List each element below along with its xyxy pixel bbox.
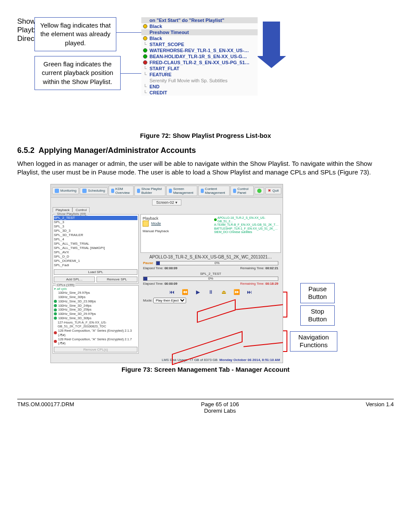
list-item[interactable]: 16ch_Audio_-6DB <box>54 345 137 346</box>
cpls-group: CPLs (155) ▾ all cpls100Hz_Sine_29.97fps… <box>53 285 139 354</box>
list-item[interactable]: 100Hz_Sine_3D_23.98fps <box>54 299 137 304</box>
pause-state-label: Pause <box>143 261 153 265</box>
status-dot-icon <box>54 312 57 315</box>
list-item[interactable]: SPL_3D_3 <box>54 229 137 233</box>
toolbar-button[interactable]: Scheduling <box>80 187 108 194</box>
playlist-row: on "Ext Start" do "Reset Playlist" <box>141 17 258 23</box>
footer-left: TMS.OM.000177.DRM <box>17 401 74 414</box>
callout-yellow-flag: Yellow flag indicates that the element w… <box>34 17 116 51</box>
playlist-row: └START_SCOPE <box>141 41 258 47</box>
page-footer: TMS.OM.000177.DRM Page 65 of 106Doremi L… <box>17 399 394 414</box>
screen-selector[interactable]: Screen-02 ▾ <box>51 198 283 207</box>
list-item[interactable]: SPL_4 <box>54 237 137 242</box>
cpl-progress-row: Pause 0% <box>143 261 278 265</box>
list-item[interactable]: 100Hz_Sine_3D_30fps <box>54 316 137 320</box>
skip-back-button[interactable]: ⏮ <box>168 289 175 295</box>
spl-name-label: SPL_2_TEST <box>140 272 281 276</box>
list-item[interactable]: SPL_3D_TRAILER <box>54 233 137 237</box>
cpl-progress-bar[interactable]: 0% <box>156 261 278 265</box>
list-item[interactable]: 100Hz_Sine_30fps <box>54 295 137 299</box>
status-dot-icon <box>54 300 57 303</box>
playlist-row: WATERHORSE-REV_TLR-1_S_EN-XX_US-… <box>141 47 258 53</box>
yellow-flag-icon <box>143 36 147 40</box>
spl-progress-bar[interactable]: 0% <box>143 277 278 281</box>
toolbar-button[interactable]: Show Playlist Builder <box>134 186 165 196</box>
green-flag-icon <box>143 48 147 53</box>
list-item[interactable]: 127-Hours_TLR-A_F_EN-XX_US-GB_51_2K_TCF_… <box>54 320 137 329</box>
show-playlists-listbox[interactable]: SPL_2_TESTSPL_3SPL_3SPL_3D_3SPL_3D_TRAIL… <box>53 215 138 268</box>
list-item[interactable]: SPL_ALL_TMS_TRIAL [WaitGPI] <box>54 246 137 250</box>
remove-cpls-button[interactable]: Remove CPL(s) <box>54 347 137 352</box>
callout-line <box>121 73 141 74</box>
list-item[interactable]: SPL_3 <box>54 220 137 224</box>
eject-button[interactable]: ⏏ <box>220 289 227 295</box>
toolbar-icon <box>233 189 236 193</box>
skip-forward-button[interactable]: ⏭ <box>246 289 253 295</box>
play-button[interactable]: ▶ <box>194 289 201 295</box>
status-bar: LMS Disk Usage: 77 GB of 8373 GB Monday … <box>51 357 283 363</box>
status-dot-icon <box>54 331 57 334</box>
list-item[interactable]: SPL_AVX <box>54 250 137 255</box>
pause-button[interactable]: ⏸ <box>207 289 214 295</box>
play-mode-row: Mode: Play then Eject <box>140 297 281 304</box>
playlist-row: └FEATURE <box>141 72 258 78</box>
rewind-button[interactable]: ⏪ <box>181 289 188 295</box>
toolbar-icon <box>201 189 204 193</box>
cpls-listbox[interactable]: ▾ all cpls100Hz_Sine_29.97fps100Hz_Sine_… <box>53 286 138 346</box>
add-spl-button[interactable]: Add SPL... <box>54 277 95 282</box>
section-heading: 6.5.2 Applying Manager/Administrator Acc… <box>17 146 394 155</box>
playlist-row: BEAN-HOLIDAY_TLR-1R_S_EN-XX_US-G… <box>141 53 258 59</box>
status-dot-icon <box>54 308 57 311</box>
list-item[interactable]: 128 Reel Composition, "A" Series (Encryp… <box>54 337 137 346</box>
green-flag-icon <box>143 54 147 59</box>
list-item[interactable]: 100Hz_Sine_3D_29.97fps <box>54 312 137 316</box>
list-item[interactable]: SPL_3 <box>54 224 137 229</box>
remove-spl-button[interactable]: Remove SPL <box>97 277 137 282</box>
playback-list-item: StEM_DCI Chinese subtitles <box>214 230 279 234</box>
yellow-flag-icon <box>143 24 147 28</box>
forward-button[interactable]: ⏩ <box>233 289 240 295</box>
playlist-row: Preshow Timeout <box>141 29 258 35</box>
playback-list-item: BATTLESHIP_TLR-1_F_EN-XX_US_51_2K_… <box>214 227 279 230</box>
playback-list-item: APOLLO-18_TLR-2_S_EN-XX_US-GB_51_2… <box>214 216 279 224</box>
group-title: Show Playlists (69) <box>56 212 87 216</box>
show-playlist-progress-listbox: on "Ext Start" do "Reset Playlist"BlackP… <box>141 17 258 96</box>
list-item[interactable]: 128 Reel Composition, "A" Series (Encryp… <box>54 329 137 337</box>
section-body: When logged in as manager or admin, the … <box>17 159 394 177</box>
list-item[interactable]: SPL_ALL_TMS_TRIAL <box>54 242 137 246</box>
brace-icon <box>283 292 287 317</box>
brace-icon <box>283 330 287 352</box>
callout-green-flag: Green flag indicates the current playbac… <box>34 56 121 90</box>
list-item[interactable]: SPL_IBRA <box>54 268 137 268</box>
playback-group: Playback Mode Manual Playback APOLLO-18_… <box>140 214 281 253</box>
toolbar-icon <box>169 189 172 193</box>
nav-functions-label: Navigation Functions <box>290 331 337 352</box>
list-item[interactable]: 100Hz_Sine_3D_24fps <box>54 304 137 308</box>
list-item[interactable]: SPL_DOREMI_1 <box>54 259 137 263</box>
footer-right: Version 1.4 <box>366 401 394 414</box>
list-item[interactable]: 100Hz_Sine_29.97fps <box>54 291 137 295</box>
quit-button[interactable]: ✖Quit <box>265 187 281 194</box>
list-item[interactable]: 100Hz_Sine_3D_25fps <box>54 308 137 312</box>
play-mode-select[interactable]: Play then Eject <box>153 298 186 303</box>
playlist-row: └CREDIT <box>141 90 258 96</box>
stop-button-label: Stop Button <box>300 305 335 326</box>
toolbar-button[interactable]: Monitoring <box>52 187 79 194</box>
mode-link[interactable]: Mode <box>151 221 161 226</box>
toolbar-button[interactable]: Control Panel <box>230 186 254 196</box>
pause-button-label: Pause Button <box>300 283 335 304</box>
list-item[interactable]: SPL_2_TEST <box>54 216 137 220</box>
playlist-row: Black <box>141 23 258 29</box>
spl-progress-row: 0% <box>143 277 278 281</box>
playback-list-item: A-TEAM_TLR-B_F_EN-XX_US-GB_51_2K_T… <box>214 223 279 227</box>
help-button[interactable] <box>255 187 264 194</box>
load-spl-button[interactable]: Load SPL <box>54 269 137 275</box>
list-item[interactable]: SPL_D_D <box>54 255 137 259</box>
toolbar-icon <box>82 189 87 193</box>
toolbar-button[interactable]: Content Management <box>198 186 230 196</box>
toolbar-button[interactable]: KDM Overview <box>109 186 134 196</box>
list-item[interactable]: SPL_Fadi <box>54 263 137 268</box>
cpl-filter[interactable]: ▾ all cpls <box>54 287 137 291</box>
toolbar-button[interactable]: Screen Management <box>166 186 197 196</box>
callout-line <box>116 32 141 33</box>
